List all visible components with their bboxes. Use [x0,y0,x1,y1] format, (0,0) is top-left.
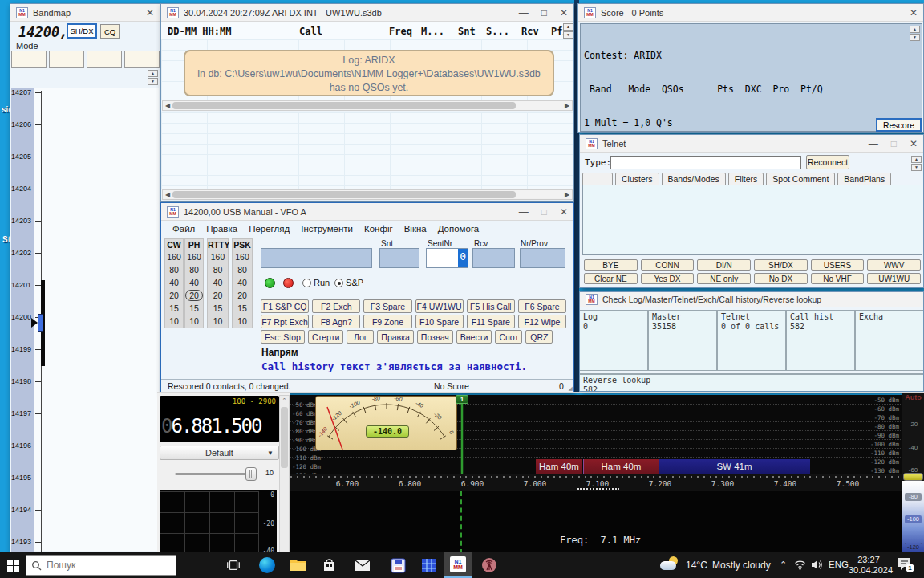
menu-item[interactable]: Конфіг [364,224,393,234]
range-slider-handle[interactable] [903,473,923,481]
close-icon[interactable]: ✕ [910,139,918,149]
telnet-button[interactable]: Yes DX [641,273,695,284]
action-key-button[interactable]: Спот [495,330,522,344]
band-select[interactable]: 10 [208,315,228,328]
menu-item[interactable]: Допомога [438,224,480,234]
spreadsheet-button[interactable] [414,552,443,578]
store-button[interactable] [314,552,343,578]
action-key-button[interactable]: Лог [346,330,374,344]
check-panel[interactable]: Telnet 0 of 0 calls [718,311,787,370]
weather-text[interactable]: Mostly cloudy [712,560,771,571]
speaker-icon[interactable] [811,560,823,570]
menu-item[interactable]: Правка [206,224,237,234]
telnet-tab[interactable]: Spot Comment [766,173,835,185]
weather-temp[interactable]: 14°C [686,560,707,571]
taskbar-search-box[interactable] [26,555,176,576]
band-overlay-ham40m-1[interactable]: Ham 40m [536,459,582,474]
band-select[interactable]: 20 [208,289,228,302]
close-icon[interactable]: ✕ [560,207,568,217]
band-select[interactable]: 80 [208,263,228,276]
band-select[interactable]: 40 [165,276,183,289]
resize-grip-icon[interactable]: ◢ [569,385,573,392]
fkey-button[interactable]: F11 Spare [467,315,515,328]
band-select[interactable]: 80 [233,263,252,276]
wifi-icon[interactable] [794,560,806,570]
menu-item[interactable]: Файл [172,224,195,234]
log-pane-bottom[interactable] [161,112,573,189]
profile-dropdown[interactable]: Default ▼ [160,446,279,460]
telnet-button[interactable]: DI/N [697,259,751,271]
check-panel[interactable]: Log 0 [580,311,649,370]
telnet-tab[interactable]: Clusters [615,173,659,185]
scroll-right-icon[interactable]: ▶ [562,101,572,110]
log-hscrollbar2[interactable]: ◀ ▶ [162,189,573,200]
callsign-field[interactable] [261,248,372,268]
telnet-button[interactable]: BYE [584,259,638,271]
band-select[interactable]: 40 [233,276,252,289]
sdr-frequency-display[interactable]: 100 - 2900 06.881.500 [160,396,279,442]
reverse-lookup-panel[interactable]: Reverse lookup 582 [580,373,924,392]
telnet-button[interactable]: WWV [867,259,921,271]
maximize-icon[interactable]: □ [891,139,897,149]
band-select[interactable]: 40 [208,276,228,289]
clock[interactable]: 23:27 30.04.2024 [849,555,889,576]
fkey-button[interactable]: F9 Zone [363,315,411,328]
volume-slider-track[interactable] [175,473,252,475]
minimize-icon[interactable]: — [869,139,878,149]
bandmap-mode-box[interactable] [11,51,47,68]
fkey-button[interactable]: F4 UW1WU [415,299,464,313]
log-header-spinner[interactable]: ▲▼ [563,23,573,39]
fkey-button[interactable]: F6 Spare [518,299,566,313]
tray-expand-chevron-icon[interactable]: ⌃ [780,560,787,570]
telnet-tab[interactable]: Filters [728,173,764,185]
start-button[interactable] [0,552,26,578]
reconnect-button[interactable]: Reconnect [806,155,849,169]
cq-button[interactable]: CQ [100,24,120,39]
scroll-left-icon[interactable]: ◀ [163,101,172,110]
action-key-button[interactable]: Познач [417,330,453,344]
tuning-marker-flag[interactable]: 1 [456,395,468,404]
bandmap-mode-box[interactable] [49,51,84,68]
volume-slider-handle[interactable] [245,467,257,481]
sentnr-field[interactable]: 0 [426,248,468,268]
band-select[interactable]: 10 [185,315,203,328]
task-view-button[interactable] [219,552,248,578]
close-icon[interactable]: ✕ [910,8,918,18]
rescore-button[interactable]: Rescore [876,118,922,132]
tab-blank[interactable] [582,173,613,185]
fkey-button[interactable]: F2 Exch [312,299,360,313]
fkey-button[interactable]: F5 His Call [467,299,515,313]
band-select[interactable]: 20 [185,289,203,302]
band-select[interactable]: 15 [185,302,203,315]
action-key-button[interactable]: Esc: Stop [261,330,305,344]
fkey-button[interactable]: F3 Spare [363,299,411,313]
scroll-left-icon[interactable]: ◀ [163,190,172,199]
band-select[interactable]: 160 [233,250,252,263]
band-select[interactable]: 160 [185,250,203,263]
check-panel[interactable]: Call hist 582 [787,311,856,370]
scrollbar-thumb[interactable] [281,407,288,468]
log-col-header[interactable]: Snt [458,26,476,37]
file-explorer-button[interactable] [283,552,312,578]
close-icon[interactable]: ✕ [560,8,568,18]
maximize-icon[interactable]: □ [541,8,547,18]
edge-browser-button[interactable] [253,552,282,578]
band-select[interactable]: 20 [233,289,252,302]
band-select[interactable]: 15 [165,302,183,315]
telnet-button[interactable]: No VHF [811,273,865,284]
fkey-button[interactable]: F1 S&P CQ [261,299,309,313]
band-select[interactable]: 160 [208,250,228,263]
language-indicator[interactable]: ENG [829,560,849,569]
telnet-tab[interactable]: Bands/Modes [662,173,726,185]
telnet-button[interactable]: USERS [811,259,865,271]
maximize-icon[interactable]: □ [541,207,547,217]
band-select[interactable]: 160 [165,250,183,263]
rcv-field[interactable] [472,248,515,268]
band-overlay-sw41m[interactable]: SW 41m [659,459,810,474]
run-radio[interactable]: Run [302,278,330,287]
mail-button[interactable] [348,552,377,578]
scrollbar-thumb[interactable] [172,191,516,198]
log-col-header[interactable]: Call [299,26,322,37]
telnet-spinner[interactable]: ▲▼ [911,156,922,171]
nrprov-field[interactable] [520,248,565,268]
